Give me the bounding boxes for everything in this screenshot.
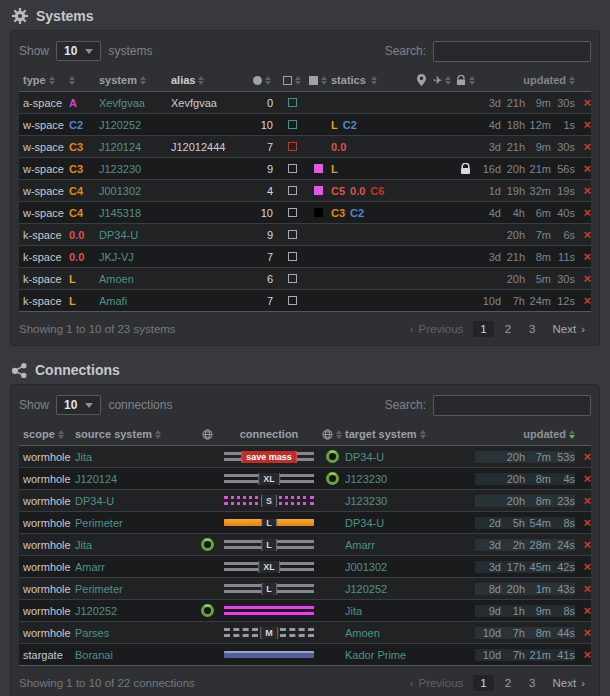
target-system-link[interactable]: J001302 (345, 561, 475, 573)
column-header-alias[interactable]: alias (171, 74, 251, 86)
target-system-link[interactable]: Amoen (345, 627, 475, 639)
connection-cell[interactable]: L (219, 539, 319, 551)
delete-button[interactable]: × (583, 96, 591, 109)
updated-part: 7m (525, 229, 551, 241)
updated-part: 8m (525, 495, 551, 507)
column-header-updated[interactable]: updated (477, 74, 575, 86)
page-button-3[interactable]: 3 (522, 321, 542, 337)
column-header-status-outline[interactable] (279, 76, 305, 85)
delete-button[interactable]: × (583, 582, 591, 595)
column-header-scope[interactable]: scope (19, 428, 75, 440)
system-link[interactable]: DP34-U (99, 229, 171, 241)
target-system-link[interactable]: J123230 (345, 495, 475, 507)
delete-button[interactable]: × (583, 604, 591, 617)
page-button-3[interactable]: 3 (522, 675, 542, 691)
delete-button[interactable]: × (583, 494, 591, 507)
system-link[interactable]: JKJ-VJ (99, 251, 171, 263)
connection-cell[interactable]: L (219, 519, 319, 526)
source-system-link[interactable]: Boranai (75, 649, 195, 661)
delete-button[interactable]: × (583, 228, 591, 241)
delete-button[interactable]: × (583, 118, 591, 131)
column-header-statics[interactable]: statics (331, 74, 411, 86)
previous-button[interactable]: ‹Previous (404, 675, 470, 691)
sort-icon (569, 430, 575, 439)
column-header-source-system[interactable]: source system (75, 428, 195, 440)
next-button[interactable]: Next› (547, 321, 592, 337)
connection-cell[interactable]: save mass (219, 451, 319, 463)
source-system-link[interactable]: Jita (75, 451, 195, 463)
column-header-lock[interactable] (453, 75, 477, 86)
static-class: 0.0 (331, 141, 346, 153)
connection-cell[interactable] (219, 651, 319, 658)
delete-button[interactable]: × (583, 560, 591, 573)
delete-button[interactable]: × (583, 648, 591, 661)
page-button-2[interactable]: 2 (498, 321, 518, 337)
system-link[interactable]: J145318 (99, 207, 171, 219)
column-header-system[interactable]: system (99, 74, 171, 86)
system-link[interactable]: J120252 (99, 119, 171, 131)
target-system-link[interactable]: Jita (345, 605, 475, 617)
system-link[interactable]: Xevfgvaa (99, 97, 171, 109)
target-system-link[interactable]: J120252 (345, 583, 475, 595)
connection-cell[interactable]: XL (219, 561, 319, 573)
column-header-target-scope[interactable] (319, 429, 345, 440)
column-header-target-system[interactable]: target system (345, 428, 475, 440)
page-button-1[interactable]: 1 (473, 321, 493, 337)
delete-button[interactable]: × (583, 184, 591, 197)
systems-page-length-select[interactable]: 10 (56, 41, 101, 61)
connection-cell[interactable]: S (219, 495, 319, 507)
systems-heading: Systems (12, 8, 598, 24)
page-button-2[interactable]: 2 (498, 675, 518, 691)
column-header-updated[interactable]: updated (475, 428, 575, 440)
delete-button[interactable]: × (583, 250, 591, 263)
connection-cell[interactable] (219, 605, 319, 617)
delete-button[interactable]: × (583, 272, 591, 285)
system-link[interactable]: Amafi (99, 295, 171, 307)
target-system-link[interactable]: Amarr (345, 539, 475, 551)
source-system-link[interactable]: Jita (75, 539, 195, 551)
column-header-rally[interactable]: ✈ (431, 74, 453, 87)
source-system-link[interactable]: DP34-U (75, 495, 195, 507)
source-system-link[interactable]: Amarr (75, 561, 195, 573)
target-system-link[interactable]: DP34-U (345, 451, 475, 463)
source-system-link[interactable]: J120252 (75, 605, 195, 617)
delete-button[interactable]: × (583, 294, 591, 307)
connections-search-input[interactable] (433, 395, 591, 416)
system-link[interactable]: J123230 (99, 163, 171, 175)
next-button[interactable]: Next› (547, 675, 592, 691)
column-header-security[interactable] (69, 76, 99, 85)
source-system-link[interactable]: J120124 (75, 473, 195, 485)
connection-cell[interactable]: M (219, 627, 319, 639)
column-header-signature-count[interactable] (251, 76, 279, 85)
connection-cell[interactable]: L (219, 583, 319, 595)
delete-button[interactable]: × (583, 206, 591, 219)
delete-button[interactable]: × (583, 626, 591, 639)
updated-part: 18h (501, 119, 525, 131)
systems-search-input[interactable] (433, 41, 591, 62)
delete-button[interactable]: × (583, 538, 591, 551)
source-scope-cell (195, 538, 219, 551)
column-header-source-scope[interactable] (195, 429, 219, 440)
previous-button[interactable]: ‹Previous (404, 321, 470, 337)
system-link[interactable]: Amoen (99, 273, 171, 285)
column-header-location[interactable] (411, 74, 431, 86)
system-security: C3 (69, 141, 99, 153)
column-header-status-filled[interactable] (305, 76, 331, 85)
delete-button[interactable]: × (583, 162, 591, 175)
column-header-type[interactable]: type (19, 74, 69, 86)
system-link[interactable]: J001302 (99, 185, 171, 197)
connection-cell[interactable]: XL (219, 473, 319, 485)
source-system-link[interactable]: Parses (75, 627, 195, 639)
delete-button[interactable]: × (583, 516, 591, 529)
delete-button[interactable]: × (583, 450, 591, 463)
delete-button[interactable]: × (583, 472, 591, 485)
source-system-link[interactable]: Perimeter (75, 517, 195, 529)
connections-page-length-select[interactable]: 10 (56, 395, 101, 415)
system-link[interactable]: J120124 (99, 141, 171, 153)
page-button-1[interactable]: 1 (473, 675, 493, 691)
delete-button[interactable]: × (583, 140, 591, 153)
target-system-link[interactable]: DP34-U (345, 517, 475, 529)
target-system-link[interactable]: J123230 (345, 473, 475, 485)
source-system-link[interactable]: Perimeter (75, 583, 195, 595)
target-system-link[interactable]: Kador Prime (345, 649, 475, 661)
